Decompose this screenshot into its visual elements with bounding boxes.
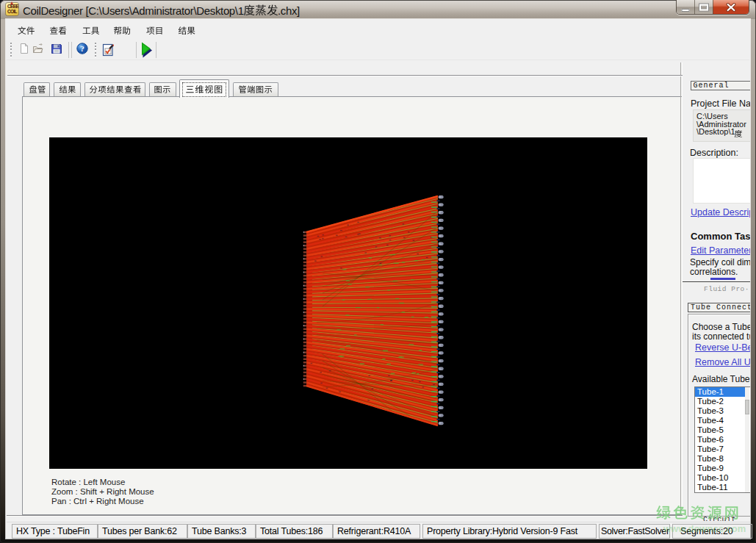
svg-text:?: ?	[80, 44, 84, 53]
